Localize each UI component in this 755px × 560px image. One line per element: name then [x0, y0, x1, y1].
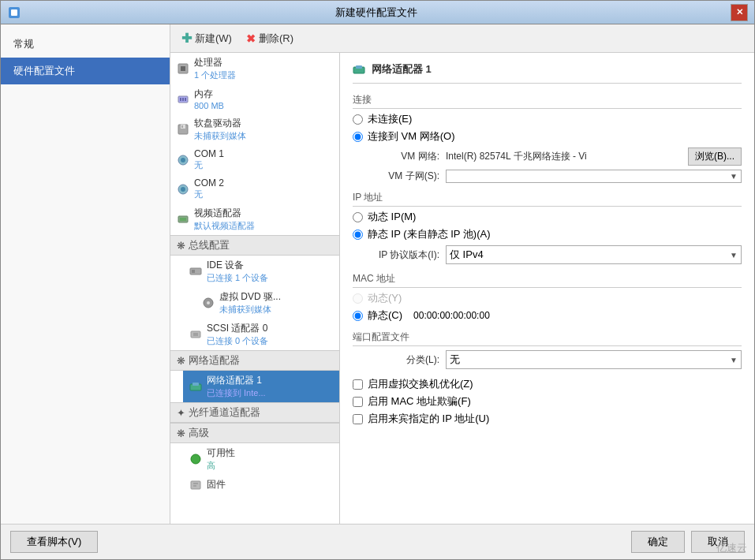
tree-item-video[interactable]: 视频适配器 默认视频适配器 [170, 203, 339, 235]
com2-content: COM 2 无 [194, 177, 224, 200]
fiber-section-header[interactable]: ✦ 光纤通道适配器 [170, 402, 339, 423]
toolbar: ✚ 新建(W) ✖ 删除(R) [170, 24, 754, 53]
checkbox-section: 启用虚拟交换机优化(Z) 启用 MAC 地址欺骗(F) 启用来宾指定的 IP 地… [353, 377, 742, 426]
mac-static-label: 静态(C) [368, 308, 402, 323]
cpu-name: 处理器 [194, 56, 236, 69]
checkbox-vswitch-label: 启用虚拟交换机优化(Z) [368, 377, 473, 391]
tree-item-availability[interactable]: 可用性 高 [183, 443, 339, 475]
ip-protocol-value: 仅 IPv4 [450, 248, 484, 262]
content-area: 常规 硬件配置文件 ✚ 新建(W) ✖ 删除(R) [1, 24, 754, 524]
dynamic-ip-row: 动态 IP(M) [353, 210, 742, 224]
video-name: 视频适配器 [194, 207, 255, 220]
footer: 查看脚本(V) 确定 取消 [1, 524, 754, 559]
bus-section-label: 总线配置 [189, 238, 230, 252]
ip-protocol-row: IP 协议版本(I): 仅 IPv4 ▼ [368, 245, 742, 264]
main-window: 新建硬件配置文件 ✕ 常规 硬件配置文件 ✚ 新建(W) ✖ 删除(R) [0, 0, 755, 560]
net-section-label: 网络适配器 [189, 353, 240, 368]
checkbox-vswitch[interactable] [353, 379, 363, 390]
mac-static-radio[interactable] [353, 311, 363, 321]
checkbox-mac-spoof[interactable] [353, 397, 363, 407]
mem-sub: 800 MB [194, 101, 224, 110]
svg-point-12 [181, 158, 185, 162]
bus-children: IDE 设备 已连接 1 个设备 虚拟 DVD 驱... 未捕获到媒体 [183, 256, 339, 350]
tree-item-floppy[interactable]: 软盘驱动器 未捕获到媒体 [170, 114, 339, 145]
category-dropdown[interactable]: 无 ▼ [446, 350, 742, 369]
mem-content: 内存 800 MB [194, 88, 224, 110]
svg-rect-6 [182, 98, 184, 101]
tree-item-dvd[interactable]: 虚拟 DVD 驱... 未捕获到媒体 [196, 287, 339, 319]
bus-section-header[interactable]: ❋ 总线配置 [170, 235, 339, 256]
static-ip-radio[interactable] [353, 230, 363, 240]
footer-left: 查看脚本(V) [10, 531, 98, 553]
ok-button[interactable]: 确定 [631, 531, 685, 553]
right-panel: 网络适配器 1 连接 未连接(E) 连接到 VM 网络(O) [340, 53, 754, 524]
video-content: 视频适配器 默认视频适配器 [194, 207, 255, 232]
checkbox-guest-ip[interactable] [353, 414, 363, 424]
tree-item-net-adapter[interactable]: 网络适配器 1 已连接到 Inte... [183, 371, 339, 402]
tree-item-ide[interactable]: IDE 设备 已连接 1 个设备 [183, 256, 339, 287]
svg-rect-25 [192, 383, 199, 386]
sidebar-item-hardware[interactable]: 硬件配置文件 [1, 58, 170, 84]
dvd-icon [202, 297, 215, 309]
delete-label: 删除(R) [259, 32, 293, 46]
floppy-sub: 未捕获到媒体 [194, 130, 246, 142]
svg-rect-7 [185, 98, 186, 101]
mac-dynamic-radio[interactable] [353, 293, 363, 304]
connect-vm-label: 连接到 VM 网络(O) [368, 129, 455, 144]
net-section-header[interactable]: ❋ 网络适配器 [170, 350, 339, 371]
mac-section: MAC 地址 动态(Y) 静态(C) 00:00:00:00:00:00 [353, 272, 742, 323]
tree-item-scsi[interactable]: SCSI 适配器 0 已连接 0 个设备 [183, 319, 339, 350]
com1-name: COM 1 [194, 148, 224, 159]
advanced-section-header[interactable]: ❋ 高级 [170, 423, 339, 443]
scsi-name: SCSI 适配器 0 [207, 322, 268, 335]
mac-static-row: 静态(C) 00:00:00:00:00:00 [353, 308, 742, 323]
ip-label: IP 地址 [353, 191, 742, 207]
cpu-sub: 1 个处理器 [194, 69, 236, 81]
scsi-sub: 已连接 0 个设备 [207, 335, 268, 347]
com1-icon [177, 154, 189, 166]
tree-item-firmware[interactable]: 固件 [183, 475, 339, 495]
com2-name: COM 2 [194, 177, 224, 189]
connect-vm-radio[interactable] [353, 132, 363, 142]
net-adapter-icon [189, 380, 202, 393]
firmware-icon [189, 479, 202, 491]
panel-title: 网络适配器 1 [353, 62, 742, 84]
window-title: 新建硬件配置文件 [21, 6, 731, 20]
svg-rect-5 [180, 98, 181, 101]
tree-item-mem[interactable]: 内存 800 MB [170, 84, 339, 114]
tree-item-com1[interactable]: COM 1 无 [170, 145, 339, 174]
svg-point-26 [191, 454, 200, 464]
com1-sub: 无 [194, 159, 224, 171]
category-value: 无 [450, 353, 460, 367]
tree-item-cpu[interactable]: 处理器 1 个处理器 [170, 53, 339, 84]
script-button[interactable]: 查看脚本(V) [10, 531, 98, 553]
svg-rect-3 [181, 66, 185, 71]
delete-button[interactable]: ✖ 删除(R) [243, 30, 297, 47]
video-icon [177, 213, 189, 226]
ip-section: IP 地址 动态 IP(M) 静态 IP (来自静态 IP 池)(A) IP 协… [353, 191, 742, 264]
dynamic-ip-radio[interactable] [353, 212, 363, 222]
delete-icon: ✖ [246, 32, 256, 45]
vm-network-browse-btn[interactable]: 浏览(B)... [688, 147, 742, 166]
availability-sub: 高 [207, 460, 235, 472]
port-label: 端口配置文件 [353, 330, 742, 346]
close-button[interactable]: ✕ [731, 4, 748, 21]
checkbox-mac-spoof-label: 启用 MAC 地址欺骗(F) [368, 394, 471, 409]
tree-item-com2[interactable]: COM 2 无 [170, 174, 339, 203]
ip-protocol-dropdown[interactable]: 仅 IPv4 ▼ [446, 245, 742, 264]
ip-protocol-arrow: ▼ [730, 251, 738, 259]
scsi-icon [189, 328, 202, 341]
svg-rect-16 [180, 218, 186, 221]
sidebar-item-general[interactable]: 常规 [1, 31, 170, 58]
new-button[interactable]: ✚ 新建(W) [178, 29, 235, 47]
not-connected-radio[interactable] [353, 114, 363, 125]
vm-subnet-dropdown[interactable]: ▼ [446, 170, 742, 183]
floppy-name: 软盘驱动器 [194, 117, 246, 130]
advanced-expand-icon: ❋ [177, 427, 185, 439]
advanced-section-label: 高级 [189, 426, 209, 440]
sidebar-nav: 常规 硬件配置文件 [1, 24, 170, 91]
panel-title-text: 网络适配器 1 [372, 62, 432, 77]
cpu-icon [177, 62, 189, 75]
connection-section: 连接 未连接(E) 连接到 VM 网络(O) VM 网络: Intel(R) 8… [353, 93, 742, 183]
mac-label: MAC 地址 [353, 272, 742, 288]
